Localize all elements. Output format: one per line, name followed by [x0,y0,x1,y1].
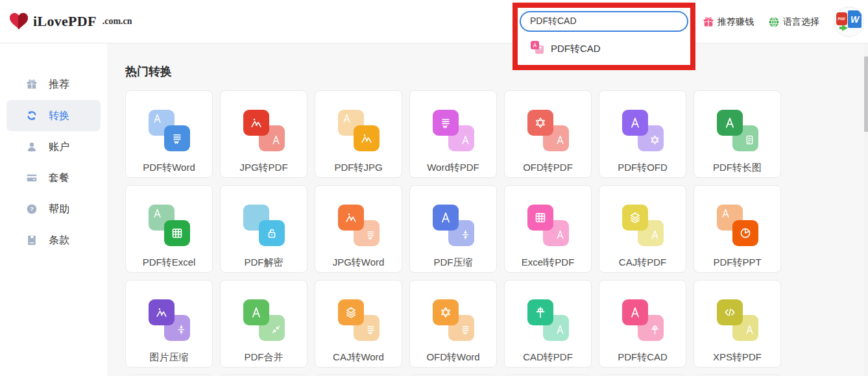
globe-icon [768,16,780,28]
sidebar-item-help[interactable]: ?帮助 [6,194,101,225]
scrollbar-thumb[interactable] [864,56,868,132]
tool-card[interactable]: PDF转CAD [599,280,686,368]
sidebar-item-label: 转换 [49,109,69,123]
referral-link[interactable]: 推荐赚钱 [703,16,754,28]
image-pdf-icon [243,110,285,151]
tool-card[interactable]: PDF转长图 [693,90,781,178]
tool-card-label: PDF转JPG [334,162,382,174]
sidebar-item-convert[interactable]: 转换 [6,100,101,131]
tool-card[interactable]: Word转PDF [409,90,497,178]
sidebar-item-label: 推荐 [49,78,69,92]
card-icon [26,172,38,184]
star6-word-icon [433,299,474,341]
tool-card[interactable]: JPG转Word [315,185,402,273]
tool-card[interactable]: XPS转PDF [693,280,781,368]
icon-tile [243,110,269,136]
annotation-box: PDF转CAD [512,3,695,70]
tool-card-label: PDF解密 [245,257,283,269]
tool-card[interactable]: CAJ转Word [315,280,402,368]
sidebar-item-terms[interactable]: 条款 [6,225,101,256]
referral-label: 推荐赚钱 [717,16,754,28]
tool-card[interactable]: Excel转PDF [504,185,592,273]
tool-card[interactable]: PDF合并 [220,280,307,368]
pdf-pie-icon [717,205,758,246]
avatar[interactable]: PDF W [834,6,864,37]
tool-card-label: CAD转PDF [523,351,573,364]
tool-card-label: PDF合并 [245,351,283,364]
sidebar-item-recommend[interactable]: 推荐 [6,69,101,100]
tool-card-label: Excel转PDF [522,257,575,269]
heart-logo-icon [9,12,29,31]
user-icon [26,141,38,153]
star6-pdf-icon [527,110,569,151]
tools-grid: PDF转WordJPG转PDFPDF转JPGWord转PDFOFD转PDFPDF… [125,90,781,376]
help-icon: ? [26,203,38,215]
word-pdf-icon [433,110,474,151]
tool-card-label: PDF转OFD [618,162,668,174]
search-input[interactable] [530,16,678,27]
header-right: 推荐赚钱 语言选择 PDF W [703,0,864,44]
sidebar-item-label: 帮助 [49,203,69,216]
logo[interactable]: iLovePDF .com.cn [9,12,132,31]
tool-card-label: PDF压缩 [434,257,473,269]
icon-tile [527,299,553,325]
icon-tile [717,299,743,325]
sidebar-item-account[interactable]: 账户 [6,131,101,162]
icon-tile [149,299,175,325]
tool-card-label: CAJ转Word [333,351,384,364]
tool-card[interactable]: PDF转Word [125,90,213,178]
image-word-icon [338,205,380,246]
pdf-cad-icon [531,41,544,56]
sidebar-item-label: 条款 [49,234,69,247]
icon-tile [433,205,459,231]
icon-tile [433,110,459,136]
pdf-image-icon [338,110,380,151]
tool-card-label: CAJ转PDF [619,257,666,269]
gift-icon [703,16,714,28]
icon-tile [164,220,190,246]
tool-card-label: PDF转PPT [713,257,761,269]
icon-tile [531,41,539,49]
tool-card[interactable]: PDF转PPT [693,185,781,273]
icon-tile [433,299,459,325]
pdf-logo-icon: PDF [836,12,847,25]
tool-card[interactable]: PDF转Excel [125,185,213,273]
tool-card[interactable]: CAD转PDF [504,280,592,368]
tool-card[interactable]: PDF解密 [220,185,307,273]
pdf-longimg-icon [717,110,758,151]
tool-card[interactable]: 图片压缩 [125,280,213,368]
tool-card-label: OFD转PDF [523,162,573,174]
language-link[interactable]: 语言选择 [768,16,819,28]
icon-tile [622,299,648,325]
tool-card[interactable]: OFD转PDF [504,90,592,178]
sync-icon [26,110,38,121]
icon-tile [354,125,380,151]
tool-card[interactable]: JPG转PDF [220,90,307,178]
tool-card-label: PDF转CAD [618,351,668,364]
tool-card-label: JPG转PDF [239,162,287,174]
tool-card[interactable]: PDF转OFD [599,90,686,178]
pdf-excel-icon [149,205,190,246]
ilovepdf-page: iLovePDF .com.cn 推荐赚钱 语言选择 [0,0,868,376]
code-pdf-icon [717,299,758,341]
logo-title: iLovePDF [33,13,97,30]
sidebar-menu: 推荐转换账户套餐?帮助条款 [0,69,107,256]
search-suggestion-item[interactable]: PDF转CAD [518,37,690,56]
tool-card[interactable]: PDF压缩 [409,185,497,273]
icon-tile [338,299,364,325]
tool-card[interactable]: CAJ转PDF [599,185,686,273]
tool-card-label: PDF转Excel [143,257,196,269]
pdf-word-icon [149,110,190,151]
svg-text:?: ? [30,205,34,212]
layers-word-icon [338,299,380,341]
sidebar-item-plans[interactable]: 套餐 [6,162,101,194]
language-label: 语言选择 [783,16,819,28]
tool-card[interactable]: OFD转Word [409,280,497,368]
pdf-star6-icon [622,110,664,151]
tool-card[interactable]: PDF转JPG [315,90,402,178]
word-doc-icon: W [848,10,862,28]
icon-tile [527,205,553,231]
page-title: 热门转换 [125,64,868,79]
pdf-merge-icon [243,299,285,341]
tool-card-label: 图片压缩 [150,351,189,364]
